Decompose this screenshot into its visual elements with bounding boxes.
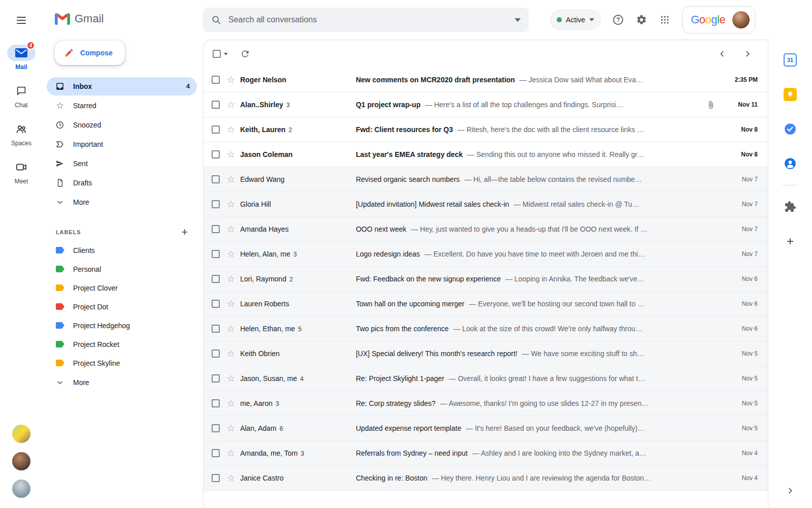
email-row[interactable]: ☆ me, Aaron 3 Re: Corp strategy slides? …	[204, 391, 768, 416]
email-row[interactable]: ☆ Edward Wang Revised organic search num…	[204, 167, 768, 192]
row-checkbox[interactable]	[212, 474, 220, 482]
compose-button[interactable]: Compose	[55, 41, 125, 65]
email-row[interactable]: ☆ Jason, Susan, me 4 Re: Project Skyligh…	[204, 366, 768, 391]
star-icon[interactable]: ☆	[227, 449, 235, 458]
rail-item-mail[interactable]: 4 Mail	[7, 45, 36, 71]
row-checkbox[interactable]	[212, 300, 220, 308]
select-caret-icon[interactable]	[224, 53, 228, 55]
search-input[interactable]	[227, 15, 509, 25]
email-row[interactable]: ☆ Jason Coleman Last year's EMEA strateg…	[204, 142, 768, 167]
sidebar-label[interactable]: Project Skyline	[47, 354, 197, 372]
add-label-button[interactable]: +	[178, 226, 191, 239]
email-row[interactable]: ☆ Helen, Alan, me 3 Logo redesign ideas …	[204, 242, 768, 267]
star-icon[interactable]: ☆	[227, 125, 235, 134]
profile-avatar[interactable]	[732, 11, 750, 28]
sidebar-item-inbox[interactable]: Inbox 4	[47, 77, 197, 96]
star-icon[interactable]: ☆	[227, 374, 235, 383]
email-row[interactable]: ☆ Lori, Raymond 2 Fwd: Feedback on the n…	[204, 267, 768, 292]
row-checkbox[interactable]	[212, 175, 220, 183]
star-icon[interactable]: ☆	[227, 200, 235, 209]
sidebar-item-more[interactable]: More	[47, 193, 197, 211]
row-checkbox[interactable]	[212, 275, 220, 283]
email-row[interactable]: ☆ Alan..Shirley 3 Q1 project wrap-up — H…	[204, 92, 768, 117]
settings-button[interactable]	[630, 9, 653, 31]
row-checkbox[interactable]	[212, 424, 220, 432]
older-page-button[interactable]	[737, 44, 758, 64]
contacts-button[interactable]	[780, 153, 800, 174]
sidebar-label[interactable]: Project Rocket	[47, 335, 197, 354]
star-icon[interactable]: ☆	[227, 324, 235, 333]
newer-page-button[interactable]	[712, 44, 732, 64]
email-subject-cell: Two pics from the conference — Look at t…	[356, 325, 716, 333]
star-icon[interactable]: ☆	[227, 175, 235, 184]
email-row[interactable]: ☆ Gloria Hill [Updated invitation] Midwe…	[204, 192, 768, 217]
select-all-checkbox[interactable]	[213, 50, 221, 58]
sidebar-label[interactable]: Project Dot	[47, 297, 197, 316]
row-checkbox[interactable]	[212, 200, 220, 208]
star-icon[interactable]: ☆	[227, 473, 235, 483]
email-row[interactable]: ☆ Keith Obrien [UX] Special delivery! Th…	[204, 341, 768, 366]
avatar[interactable]	[12, 452, 30, 470]
tasks-icon	[784, 122, 797, 136]
star-icon[interactable]: ☆	[227, 424, 235, 433]
sidebar-label[interactable]: Project Clover	[47, 278, 197, 297]
apps-grid-button[interactable]	[654, 9, 676, 31]
star-icon[interactable]: ☆	[227, 399, 235, 408]
addons-button[interactable]	[780, 197, 800, 217]
email-row[interactable]: ☆ Lauren Roberts Town hall on the upcomi…	[204, 292, 768, 316]
row-checkbox[interactable]	[212, 449, 220, 457]
side-panel-toggle[interactable]	[780, 481, 800, 501]
email-row[interactable]: ☆ Alan, Adam 6 Updated expense report te…	[204, 416, 768, 441]
sidebar-item-starred[interactable]: ☆ Starred	[47, 97, 197, 115]
row-checkbox[interactable]	[212, 101, 220, 109]
menu-icon[interactable]	[9, 8, 33, 33]
star-icon[interactable]: ☆	[227, 349, 235, 358]
row-checkbox[interactable]	[212, 374, 220, 383]
spaces-icon	[7, 121, 36, 137]
keep-button[interactable]	[780, 84, 800, 105]
calendar-button[interactable]: 31	[780, 50, 800, 70]
star-icon[interactable]: ☆	[227, 75, 235, 84]
star-icon[interactable]: ☆	[227, 225, 235, 234]
email-row[interactable]: ☆ Helen, Ethan, me 5 Two pics from the c…	[204, 316, 768, 341]
email-row[interactable]: ☆ Keith, Lauren 2 Fwd: Client resources …	[204, 117, 768, 142]
row-checkbox[interactable]	[212, 250, 220, 258]
star-icon[interactable]: ☆	[227, 274, 235, 283]
search-options-caret-icon[interactable]	[515, 18, 521, 22]
sidebar-labels-more[interactable]: More	[47, 373, 197, 392]
sidebar-label[interactable]: Personal	[47, 260, 197, 278]
row-checkbox[interactable]	[212, 150, 220, 158]
email-row[interactable]: ☆ Amanda, me, Tom 3 Referrals from Sydne…	[204, 441, 768, 466]
row-checkbox[interactable]	[212, 325, 220, 333]
row-checkbox[interactable]	[212, 76, 220, 84]
star-icon[interactable]: ☆	[227, 249, 235, 259]
email-row[interactable]: ☆ Amanda Hayes OOO next week — Hey, just…	[204, 217, 768, 242]
sidebar-item-drafts[interactable]: Drafts	[47, 174, 197, 192]
avatar[interactable]	[12, 480, 30, 498]
refresh-button[interactable]	[235, 44, 255, 64]
star-icon[interactable]: ☆	[227, 100, 235, 109]
star-icon[interactable]: ☆	[227, 150, 235, 159]
help-button[interactable]: ?	[607, 9, 629, 31]
email-subject: Re: Corp strategy slides?	[356, 399, 435, 407]
avatar[interactable]	[12, 425, 30, 443]
row-checkbox[interactable]	[212, 225, 220, 233]
sidebar-label[interactable]: Clients	[47, 241, 197, 260]
rail-item-chat[interactable]: Chat	[7, 83, 36, 109]
rail-item-meet[interactable]: Meet	[7, 159, 36, 185]
row-checkbox[interactable]	[212, 125, 220, 134]
row-checkbox[interactable]	[212, 399, 220, 407]
sidebar-label[interactable]: Project Hedgehog	[47, 316, 197, 335]
sidebar-item-sent[interactable]: Sent	[47, 154, 197, 173]
tasks-button[interactable]	[780, 119, 800, 139]
rail-item-spaces[interactable]: Spaces	[7, 121, 36, 147]
sidebar-item-important[interactable]: Important	[47, 135, 197, 153]
get-addons-button[interactable]: +	[780, 231, 800, 251]
email-row[interactable]: ☆ Janice Castro Checking in re: Boston —…	[204, 466, 768, 491]
status-pill[interactable]: Active	[550, 10, 601, 30]
email-row[interactable]: ☆ Roger Nelson New comments on MCR2020 d…	[204, 68, 768, 92]
sidebar-item-snoozed[interactable]: Snoozed	[47, 116, 197, 134]
account-switcher[interactable]: Google	[682, 6, 755, 34]
star-icon[interactable]: ☆	[227, 299, 235, 308]
row-checkbox[interactable]	[212, 350, 220, 358]
